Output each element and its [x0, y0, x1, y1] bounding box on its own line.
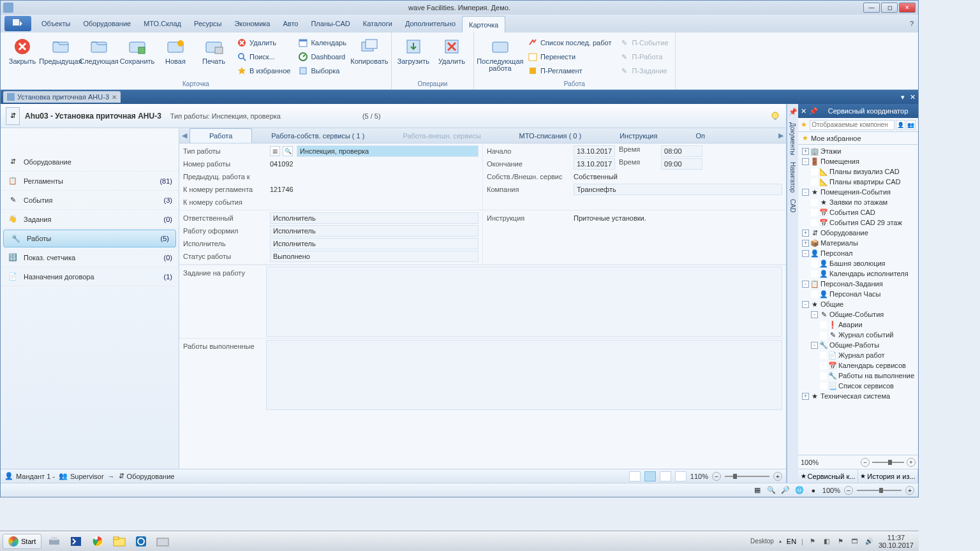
tray-ico-4[interactable]: 🗔: [850, 537, 859, 546]
tree-node[interactable]: ✎Журнал событий: [799, 330, 917, 340]
zoom-in-inner[interactable]: +: [773, 472, 782, 481]
tree-node[interactable]: 📅Календарь сервисов: [799, 360, 917, 371]
tree-node[interactable]: 📄Журнал работ: [799, 350, 917, 360]
side-item-4[interactable]: 🔧Работы(5): [3, 230, 176, 247]
user-filter-2[interactable]: 👥: [907, 120, 916, 130]
st-ico-5[interactable]: ●: [808, 485, 819, 496]
dtab-1[interactable]: Работа-собств. сервисы ( 1 ): [252, 128, 383, 143]
documents-panel-tab[interactable]: Документы: [789, 122, 796, 156]
tree-node[interactable]: 📅События CAD 29 этаж: [799, 217, 917, 228]
tree-node[interactable]: ❗Аварии: [799, 320, 917, 330]
panel-close-icon[interactable]: ✕: [801, 107, 806, 115]
clock[interactable]: 11:3730.10.2017: [879, 534, 914, 549]
side-item-3[interactable]: 👋Задания(0): [1, 210, 179, 229]
st-ico-1[interactable]: ▦: [752, 485, 762, 496]
load-button[interactable]: Загрузить: [396, 34, 431, 65]
navigator-panel-tab[interactable]: Навигатор: [789, 162, 796, 193]
tree-node[interactable]: 👤Башня эволюция: [799, 258, 917, 268]
tree-node[interactable]: -👤Персонал: [799, 248, 917, 258]
zoom-in-outer[interactable]: +: [905, 486, 914, 495]
delete-small-button[interactable]: Удалить: [234, 36, 293, 49]
work-list-button[interactable]: Список послед. работ: [525, 36, 614, 49]
close-card-button[interactable]: Закрыть: [4, 34, 40, 65]
close-button[interactable]: ✕: [899, 3, 916, 13]
tree-toggle[interactable]: -: [802, 158, 809, 165]
input-resp[interactable]: Исполнитель: [270, 212, 479, 224]
tree-node[interactable]: 🔧Работы на выполнение: [799, 371, 917, 381]
input-status[interactable]: Выполнено: [270, 251, 479, 262]
tree-node[interactable]: -📋Персонал-Задания: [799, 279, 917, 289]
save-button[interactable]: Сохранить: [119, 34, 155, 65]
input-start-time[interactable]: 08:00: [661, 145, 702, 157]
menu-Планы-CAD[interactable]: Планы-CAD: [304, 15, 356, 33]
tree-node[interactable]: +📦Материалы: [799, 238, 917, 248]
maximize-button[interactable]: ◻: [881, 3, 898, 13]
menu-Оборудование[interactable]: Оборудование: [77, 15, 137, 33]
rtab-service[interactable]: ★ Сервисный к...: [798, 469, 858, 483]
st-ico-4[interactable]: 🌐: [794, 485, 805, 496]
rpanel-zoom-in[interactable]: +: [907, 458, 916, 467]
tree-node[interactable]: 📐Планы визуализ CAD: [799, 166, 917, 177]
view-btn-4[interactable]: [675, 471, 687, 481]
tree-toggle[interactable]: -: [811, 311, 818, 318]
zoom-out-outer[interactable]: −: [844, 486, 853, 495]
tree-node[interactable]: -★Общие: [799, 299, 917, 309]
tray-ico-2[interactable]: ◧: [822, 537, 831, 546]
dtab-5[interactable]: Оп: [676, 128, 724, 143]
side-item-5[interactable]: 🔢Показ. счетчика(0): [1, 248, 179, 267]
tree-toggle[interactable]: +: [802, 393, 809, 400]
minimize-button[interactable]: —: [863, 3, 880, 13]
desktop-label[interactable]: Desktop: [750, 538, 774, 545]
lang-indicator[interactable]: EN: [787, 538, 796, 545]
dashboard-small-button[interactable]: Dashboard: [295, 50, 349, 63]
print-button[interactable]: Печать: [196, 34, 232, 65]
panel-pin-icon[interactable]: 📌: [809, 107, 818, 115]
tray-ico-3[interactable]: ⚑: [836, 537, 845, 546]
tb-powershell-icon[interactable]: [67, 533, 85, 550]
search-small-button[interactable]: Поиск...: [234, 50, 293, 63]
input-end-date[interactable]: 13.10.2017: [574, 158, 615, 170]
tree-node[interactable]: +🏢Этажи: [799, 146, 917, 156]
tree-toggle[interactable]: +: [802, 230, 809, 237]
tree-node[interactable]: ★Заявки по этажам: [799, 197, 917, 207]
textarea-task[interactable]: [266, 267, 782, 337]
tb-chrome-icon[interactable]: [89, 533, 107, 550]
help-button[interactable]: ?: [905, 15, 918, 33]
dtab-4[interactable]: Инструкция: [600, 128, 676, 143]
tree-node[interactable]: 📅События CAD: [799, 207, 917, 217]
tree-node[interactable]: -🚪Помещения: [799, 156, 917, 166]
tb-app-icon[interactable]: [132, 533, 150, 550]
rpanel-zoom-out[interactable]: −: [861, 458, 870, 467]
menu-Авто[interactable]: Авто: [276, 15, 304, 33]
input-exec[interactable]: Исполнитель: [270, 238, 479, 249]
tray-ico-1[interactable]: ⚑: [808, 537, 817, 546]
menu-Ресурсы[interactable]: Ресурсы: [188, 15, 228, 33]
tab-next[interactable]: ▶: [776, 128, 786, 143]
dtab-3[interactable]: МТО-списания ( 0 ): [500, 128, 601, 143]
tabs-dropdown[interactable]: ▾: [898, 93, 907, 101]
work-reg-button[interactable]: П-Регламент: [525, 64, 614, 77]
favorite-small-button[interactable]: В избранное: [234, 64, 293, 77]
menu-Карточка[interactable]: Карточка: [462, 16, 505, 33]
new-button[interactable]: Новая: [158, 34, 193, 65]
tb-printer-icon[interactable]: [45, 533, 63, 550]
prev-button[interactable]: Предыдущая: [43, 34, 78, 65]
input-end-time[interactable]: 09:00: [661, 158, 702, 170]
bulb-icon[interactable]: [769, 110, 781, 122]
app-menu-button[interactable]: [4, 16, 31, 31]
type-search-icon[interactable]: 🔍: [283, 146, 293, 156]
tabs-close-all[interactable]: ✕: [907, 93, 918, 101]
side-item-1[interactable]: 📋Регламенты(81): [1, 172, 179, 191]
tab-prev[interactable]: ◀: [179, 128, 189, 143]
input-issued[interactable]: Исполнитель: [270, 225, 479, 237]
menu-МТО.Склад[interactable]: МТО.Склад: [137, 15, 188, 33]
rtab-history[interactable]: ★ История и из...: [858, 469, 918, 483]
tree-toggle[interactable]: -: [811, 342, 818, 349]
calendar-small-button[interactable]: Календарь: [295, 36, 349, 49]
zoom-out-inner[interactable]: −: [712, 472, 721, 481]
tree-node[interactable]: -✎Общие-События: [799, 309, 917, 320]
view-btn-1[interactable]: [629, 471, 641, 481]
tree-toggle[interactable]: -: [802, 250, 809, 257]
tree-toggle[interactable]: -: [802, 281, 809, 288]
side-item-6[interactable]: 📄Назначения договора(1): [1, 267, 179, 286]
